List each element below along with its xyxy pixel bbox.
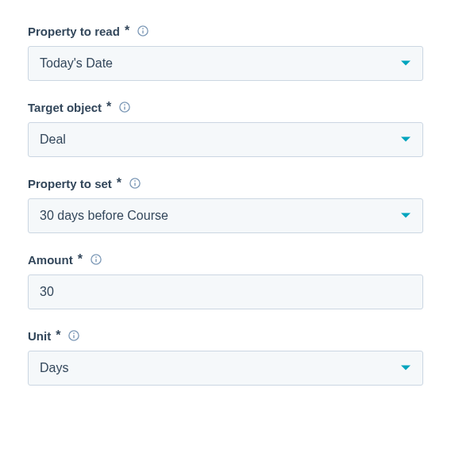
select-value: Days (40, 361, 68, 375)
label-row: Property to set * (28, 176, 423, 190)
svg-rect-1 (142, 30, 143, 33)
label-row: Unit * (28, 328, 423, 343)
label-row: Target object * (28, 100, 423, 114)
select-value: Today's Date (40, 56, 113, 71)
required-asterisk: * (117, 176, 121, 190)
field-amount: Amount * (28, 252, 423, 309)
info-icon[interactable] (129, 178, 141, 189)
svg-point-5 (124, 104, 125, 106)
info-icon[interactable] (91, 254, 102, 265)
label-row: Property to read * (28, 24, 423, 38)
required-asterisk: * (125, 24, 129, 38)
field-property-to-set: Property to set * 30 days before Course (28, 176, 423, 233)
label-amount: Amount (28, 253, 73, 267)
svg-point-11 (95, 256, 97, 258)
field-property-to-read: Property to read * Today's Date (28, 24, 423, 81)
label-unit: Unit (28, 329, 51, 343)
select-target-object[interactable]: Deal (28, 122, 423, 157)
chevron-down-icon (400, 364, 411, 372)
required-asterisk: * (56, 328, 60, 343)
required-asterisk: * (78, 252, 83, 267)
svg-rect-13 (74, 335, 75, 338)
required-asterisk: * (106, 100, 111, 114)
select-value: 30 days before Course (40, 209, 168, 223)
label-row: Amount * (28, 252, 423, 267)
label-property-to-read: Property to read (28, 25, 120, 38)
label-target-object: Target object (28, 101, 102, 114)
select-property-to-set[interactable]: 30 days before Course (28, 198, 423, 233)
svg-rect-10 (95, 259, 96, 262)
chevron-down-icon (400, 212, 411, 220)
info-icon[interactable] (137, 25, 148, 36)
chevron-down-icon (400, 60, 411, 67)
svg-point-2 (142, 28, 144, 29)
input-amount[interactable] (28, 274, 423, 309)
select-unit[interactable]: Days (28, 351, 423, 386)
svg-point-14 (74, 332, 75, 334)
svg-rect-4 (125, 106, 125, 109)
info-icon[interactable] (68, 330, 79, 341)
field-target-object: Target object * Deal (28, 100, 423, 157)
info-icon[interactable] (119, 102, 130, 113)
svg-rect-7 (134, 182, 135, 186)
label-property-to-set: Property to set (28, 177, 112, 190)
select-value: Deal (40, 132, 66, 147)
chevron-down-icon (400, 136, 411, 144)
field-unit: Unit * Days (28, 328, 423, 386)
select-property-to-read[interactable]: Today's Date (28, 46, 423, 81)
svg-point-8 (134, 180, 136, 182)
